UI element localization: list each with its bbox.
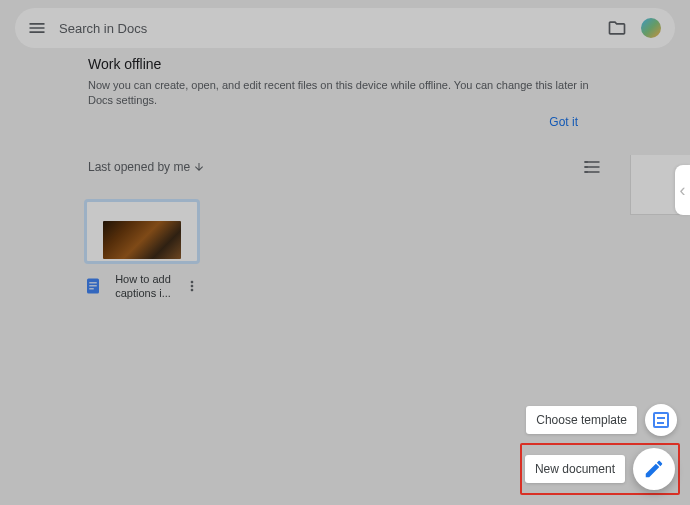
offline-banner: Work offline Now you can create, open, a… [88, 56, 602, 129]
fab-new-doc-row: New document [520, 443, 680, 495]
menu-icon[interactable] [27, 18, 47, 38]
side-tab-handle[interactable]: ‹ [675, 165, 690, 215]
svg-rect-1 [89, 282, 97, 283]
avatar[interactable] [639, 16, 663, 40]
sort-row: Last opened by me [88, 157, 602, 177]
list-view-icon[interactable] [582, 157, 602, 177]
choose-template-label[interactable]: Choose template [526, 406, 637, 434]
sort-dropdown[interactable]: Last opened by me [88, 160, 582, 174]
arrow-down-icon [193, 161, 205, 173]
banner-title: Work offline [88, 56, 602, 72]
thumbnail-image [103, 221, 181, 259]
template-icon [653, 412, 669, 428]
document-card[interactable]: How to add captions i... [84, 199, 200, 301]
new-document-button[interactable] [633, 448, 675, 490]
svg-rect-2 [89, 285, 97, 286]
document-title: How to add captions i... [108, 272, 178, 301]
edit-icon [643, 458, 665, 480]
fab-template-row: Choose template [520, 401, 680, 439]
main-content: Work offline Now you can create, open, a… [0, 40, 690, 300]
new-document-label[interactable]: New document [525, 455, 625, 483]
search-input[interactable]: Search in Docs [47, 21, 607, 36]
banner-body: Now you can create, open, and edit recen… [88, 78, 602, 109]
banner-action[interactable]: Got it [88, 109, 602, 129]
svg-rect-3 [89, 288, 94, 289]
fab-menu: Choose template New document [520, 401, 680, 495]
chevron-left-icon: ‹ [680, 180, 686, 201]
header-bar: Search in Docs [15, 8, 675, 48]
docs-icon [84, 277, 102, 295]
more-icon[interactable] [184, 278, 200, 294]
document-info-row: How to add captions i... [84, 272, 200, 301]
document-thumbnail [84, 199, 200, 264]
sort-label-text: Last opened by me [88, 160, 190, 174]
choose-template-button[interactable] [645, 404, 677, 436]
folder-icon[interactable] [607, 18, 627, 38]
